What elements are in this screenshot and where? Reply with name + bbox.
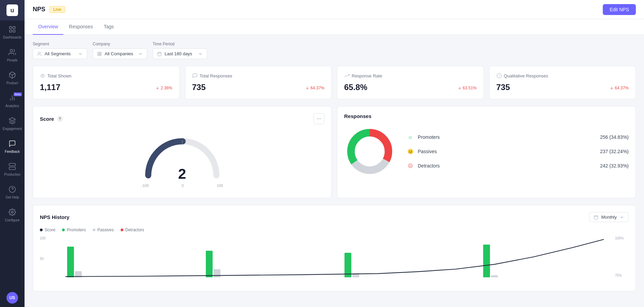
sidebar-item-configure[interactable]: Configure (0, 203, 25, 226)
stat-change-total-responses: 64.37% (305, 86, 324, 90)
company-filter-value: All Companies (105, 51, 133, 56)
gauge-min-label: -100 (141, 184, 149, 188)
tab-responses[interactable]: Responses (63, 19, 98, 35)
time-period-filter-value: Last 180 days (165, 51, 192, 56)
sidebar-item-production[interactable]: Production (0, 158, 25, 180)
sidebar-item-label-engagement: Engagement (3, 127, 22, 131)
stat-change-qualitative-responses: 64.37% (610, 86, 629, 90)
calendar-icon (157, 52, 162, 56)
svg-rect-34 (594, 216, 598, 219)
promoters-dot (62, 229, 65, 231)
stat-title-qualitative-responses: Qualitative Responses (496, 73, 629, 78)
grid-icon (7, 25, 17, 34)
responses-legend: ☺ Promoters 256 (34.83%) 😐 Passives 23 (406, 133, 629, 170)
y-axis-labels: 100% 75% (615, 236, 629, 277)
chart-legend-detractors: Detractors (121, 228, 144, 232)
stat-card-total-shown: Total Shown 1,117 2.36% (33, 66, 180, 99)
gauge-labels: -100 0 100 (141, 184, 223, 188)
score-panel-actions: ··· (313, 113, 324, 124)
live-badge: Live (49, 6, 65, 13)
history-title: NPS History (40, 214, 70, 220)
time-period-filter-group: Time Period Last 180 days (153, 42, 207, 59)
passive-value: 237 (32.24%) (600, 149, 629, 154)
chevron-down-icon-2 (138, 52, 143, 56)
stat-title-total-shown: Total Shown (40, 73, 172, 78)
stat-change-total-shown: 2.36% (155, 86, 172, 90)
sidebar-item-people[interactable]: People (0, 43, 25, 66)
svg-rect-0 (10, 27, 12, 29)
score-polyline (65, 239, 604, 277)
company-filter-select[interactable]: All Companies (93, 48, 147, 59)
detractors-legend-label: Detractors (125, 228, 144, 232)
donut-container (344, 126, 395, 177)
score-more-button[interactable]: ··· (313, 113, 324, 124)
score-info-icon[interactable]: ? (57, 116, 63, 122)
user-avatar[interactable]: US (6, 292, 18, 304)
sidebar-item-label-get-help: Get Help (5, 195, 19, 199)
sidebar-item-dashboards[interactable]: Dashboards (0, 20, 25, 43)
sidebar-nav: Dashboards People Product Analytics Beta (0, 20, 25, 292)
eye-icon (40, 73, 45, 78)
promoters-legend-label: Promoters (67, 228, 86, 232)
message-icon (7, 139, 17, 148)
stat-value-total-shown: 1,117 (40, 83, 60, 92)
chevron-down-history-icon (619, 215, 624, 220)
promoter-icon: ☺ (406, 133, 414, 141)
history-header: NPS History Monthly (40, 212, 629, 222)
stat-title-total-responses: Total Responses (192, 73, 325, 78)
main-content: NPS Live Edit NPS Overview Responses Tag… (25, 0, 644, 307)
stat-value-qualitative-responses: 735 (496, 83, 510, 92)
monthly-select-value: Monthly (601, 215, 617, 220)
stat-title-response-rate: Response Rate (344, 73, 477, 78)
chevron-down-icon-3 (198, 52, 203, 56)
building-icon (97, 52, 102, 56)
svg-point-4 (10, 49, 13, 52)
svg-point-17 (38, 52, 40, 54)
passive-icon: 😐 (406, 147, 414, 156)
sidebar-item-label-production: Production (4, 173, 20, 176)
sidebar-item-label-dashboards: Dashboards (3, 35, 21, 39)
sidebar-bottom: US (6, 292, 18, 307)
arrow-down-icon-4 (610, 86, 614, 90)
tabs-bar: Overview Responses Tags (25, 19, 644, 35)
trending-up-icon (344, 73, 350, 78)
score-panel-title: Score ? ··· (40, 113, 324, 124)
passives-legend-label: Passives (97, 228, 114, 232)
page-title: NPS (33, 6, 45, 13)
sidebar-item-product[interactable]: Product (0, 66, 25, 89)
passives-dot (93, 229, 95, 231)
users-icon (7, 47, 17, 57)
promoter-label: Promoters (418, 134, 445, 140)
page-header: NPS Live Edit NPS (25, 0, 644, 19)
tab-overview[interactable]: Overview (33, 19, 63, 35)
box-icon (7, 70, 17, 80)
y-left-100: 100 (40, 236, 52, 240)
time-period-filter-select[interactable]: Last 180 days (153, 48, 207, 59)
sidebar-item-analytics[interactable]: Analytics Beta (0, 89, 25, 112)
sidebar-item-engagement[interactable]: Engagement (0, 112, 25, 135)
calendar-small-icon (594, 215, 598, 220)
server-icon (7, 162, 17, 171)
gauge-zero-label: 0 (182, 184, 184, 188)
sidebar-item-feedback[interactable]: Feedback (0, 135, 25, 158)
segment-filter-select[interactable]: All Segments (33, 48, 87, 59)
sidebar-item-label-product: Product (6, 81, 18, 85)
gauge-container: 2 -100 0 100 (40, 131, 324, 191)
sidebar-item-label-feedback: Feedback (5, 150, 20, 154)
sidebar-item-get-help[interactable]: Get Help (0, 180, 25, 203)
sidebar-item-label-people: People (7, 58, 17, 62)
monthly-select[interactable]: Monthly (589, 212, 629, 222)
svg-rect-2 (10, 30, 12, 32)
passive-label: Passives (418, 149, 445, 154)
svg-rect-19 (158, 52, 162, 56)
time-period-filter-label: Time Period (153, 42, 207, 46)
legend-item-detractors: ☹ Detractors 242 (32.93%) (406, 162, 629, 170)
arrow-down-icon-3 (458, 86, 462, 90)
donut-chart (344, 126, 395, 177)
edit-nps-button[interactable]: Edit NPS (603, 4, 636, 15)
chat-icon (496, 73, 502, 78)
filters-row: Segment All Segments Company All Compani… (33, 42, 636, 59)
legend-item-promoters: ☺ Promoters 256 (34.83%) (406, 133, 629, 141)
svg-rect-3 (13, 30, 15, 32)
tab-tags[interactable]: Tags (98, 19, 119, 35)
